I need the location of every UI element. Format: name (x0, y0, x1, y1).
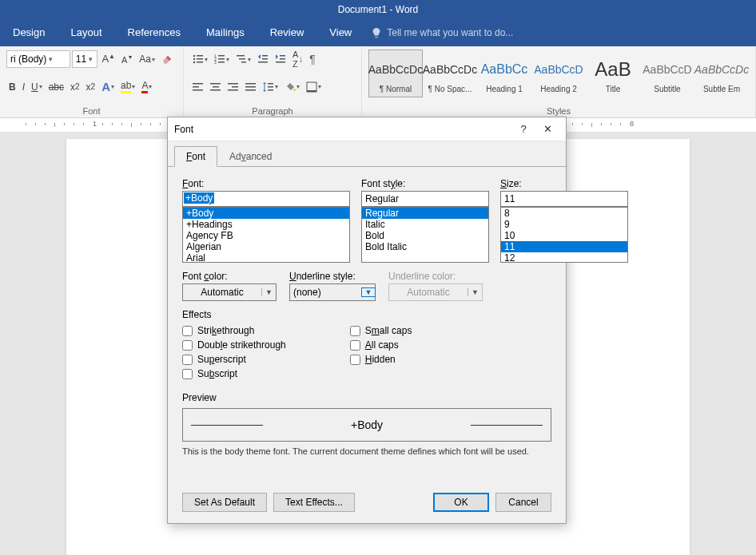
list-item[interactable]: Bold (362, 230, 488, 241)
text-effects-button[interactable]: Text Effects... (273, 493, 355, 512)
numbering-button[interactable]: 123▾ (212, 52, 232, 66)
shrink-font-button[interactable]: A▼ (119, 53, 135, 66)
ok-button[interactable]: OK (433, 493, 489, 512)
align-center-button[interactable] (208, 81, 224, 93)
style-item-5[interactable]: AaBbCcDSubtitle (640, 50, 694, 97)
strikethrough-checkbox[interactable]: Strikethrough (182, 325, 286, 336)
ribbon-tab-view[interactable]: View (316, 19, 364, 46)
subscript-checkbox[interactable]: Subscript (182, 368, 286, 379)
list-item[interactable]: Regular (362, 208, 488, 219)
clear-formatting-button[interactable] (159, 51, 177, 67)
font-color-combo[interactable]: Automatic ▼ (182, 283, 277, 301)
double-strikethrough-checkbox[interactable]: Double strikethrough (182, 339, 286, 351)
dialog-title-bar[interactable]: Font ? ✕ (168, 117, 566, 141)
text-effects-button[interactable]: A▾ (99, 78, 117, 95)
ribbon-tab-review[interactable]: Review (257, 19, 317, 46)
list-item[interactable]: 8 (501, 208, 627, 219)
svg-rect-38 (307, 90, 316, 92)
svg-rect-32 (245, 89, 256, 91)
underline-color-combo: Automatic ▼ (388, 283, 483, 301)
svg-point-2 (193, 58, 195, 60)
list-item[interactable]: Bold Italic (362, 241, 488, 252)
dialog-help-button[interactable]: ? (511, 123, 535, 135)
font-color-button[interactable]: A▾ (139, 78, 154, 95)
cancel-button[interactable]: Cancel (495, 493, 551, 512)
dialog-tab-advanced[interactable]: Advanced (217, 146, 284, 167)
ribbon-tab-design[interactable]: Design (0, 19, 58, 46)
style-item-2[interactable]: AaBbCcHeading 1 (477, 50, 531, 97)
sort-button[interactable]: AZ↓ (290, 48, 305, 70)
superscript-checkbox[interactable]: Superscript (182, 354, 286, 365)
font-style-input[interactable] (361, 191, 489, 207)
svg-rect-3 (197, 58, 203, 60)
style-item-1[interactable]: AaBbCcDc¶ No Spac... (423, 50, 477, 97)
align-center-icon (210, 82, 221, 92)
svg-rect-19 (280, 58, 285, 60)
ribbon-tab-mailings[interactable]: Mailings (193, 19, 257, 46)
all-caps-checkbox[interactable]: All caps (350, 339, 412, 351)
preview-label: Preview (182, 392, 551, 403)
list-item[interactable]: 9 (501, 219, 627, 230)
list-item[interactable]: 10 (501, 230, 627, 241)
strikethrough-button[interactable]: abc (46, 80, 66, 94)
list-item[interactable]: 11 (501, 241, 627, 252)
subscript-button[interactable]: x2 (68, 80, 82, 94)
style-item-3[interactable]: AaBbCcDHeading 2 (531, 50, 586, 97)
justify-button[interactable] (243, 81, 259, 93)
font-size-combo[interactable]: 11▼ (72, 50, 98, 68)
shading-button[interactable]: ▾ (282, 80, 302, 94)
size-label: Size: (500, 178, 628, 189)
italic-button[interactable]: I (20, 80, 27, 94)
underline-style-label: Underline style: (289, 271, 376, 282)
list-item[interactable]: 12 (501, 252, 627, 263)
bold-button[interactable]: B (6, 80, 18, 94)
size-listbox[interactable]: 89101112 (500, 207, 628, 263)
style-item-0[interactable]: AaBbCcDc¶ Normal (368, 50, 423, 97)
line-spacing-button[interactable]: ▾ (261, 80, 281, 94)
svg-rect-17 (258, 61, 268, 63)
list-item[interactable]: +Headings (183, 219, 349, 230)
dialog-title-text: Font (174, 124, 511, 135)
superscript-button[interactable]: x2 (84, 80, 98, 94)
ribbon-tab-layout[interactable]: Layout (58, 19, 114, 46)
tell-me-placeholder: Tell me what you want to do... (387, 27, 513, 38)
set-as-default-button[interactable]: Set As Default (182, 493, 267, 512)
font-listbox[interactable]: +Body+HeadingsAgency FBAlgerianArial (182, 207, 350, 263)
svg-rect-28 (232, 86, 238, 88)
grow-font-button[interactable]: A▲ (99, 51, 117, 66)
size-input[interactable] (500, 191, 628, 207)
list-item[interactable]: Agency FB (183, 230, 349, 241)
dialog-close-button[interactable]: ✕ (535, 123, 559, 135)
list-item[interactable]: +Body (183, 208, 349, 219)
style-item-4[interactable]: AaBTitle (586, 50, 640, 97)
show-hide-button[interactable]: ¶ (307, 51, 318, 67)
bullets-button[interactable]: ▾ (190, 52, 210, 66)
underline-button[interactable]: U▾ (29, 80, 45, 94)
svg-rect-25 (213, 86, 219, 88)
align-left-button[interactable] (190, 81, 206, 93)
styles-gallery[interactable]: AaBbCcDc¶ NormalAaBbCcDc¶ No Spac...AaBb… (368, 50, 749, 97)
small-caps-checkbox[interactable]: Small caps (350, 325, 412, 336)
list-item[interactable]: Arial (183, 252, 349, 263)
borders-button[interactable]: ▾ (304, 80, 324, 94)
change-case-button[interactable]: Aa▾ (137, 52, 157, 66)
highlight-button[interactable]: ab▾ (118, 78, 137, 95)
svg-rect-34 (268, 83, 273, 85)
align-right-button[interactable] (225, 81, 241, 93)
indent-icon (275, 54, 286, 65)
ribbon-tab-references[interactable]: References (115, 19, 193, 46)
multilevel-list-button[interactable]: ▾ (233, 52, 253, 66)
chevron-down-icon: ▼ (261, 288, 276, 296)
tell-me-search[interactable]: Tell me what you want to do... (371, 27, 513, 38)
underline-style-combo[interactable]: (none) ▼ (289, 283, 376, 301)
list-item[interactable]: Algerian (183, 241, 349, 252)
hidden-checkbox[interactable]: Hidden (350, 354, 412, 365)
list-item[interactable]: Italic (362, 219, 488, 230)
decrease-indent-button[interactable] (255, 52, 271, 66)
font-style-listbox[interactable]: RegularItalicBoldBold Italic (361, 207, 489, 263)
increase-indent-button[interactable] (273, 52, 288, 66)
font-name-combo[interactable]: ri (Body)▼ (6, 50, 70, 68)
style-item-6[interactable]: AaBbCcDcSubtle Em (694, 50, 749, 97)
dialog-tab-font[interactable]: Font (174, 146, 217, 167)
font-name-input[interactable] (182, 191, 350, 207)
